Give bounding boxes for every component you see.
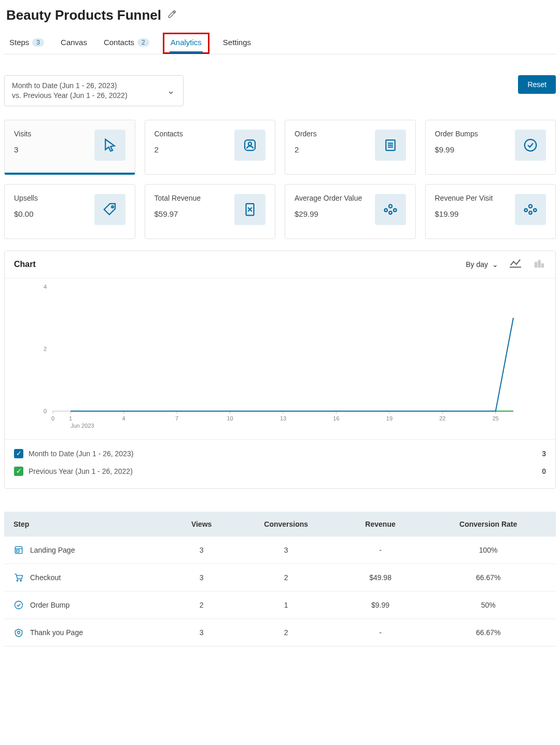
check-icon xyxy=(515,130,546,161)
legend-row: ✓ Month to Date (Jun 1 - 26, 2023) 3 xyxy=(14,445,546,462)
metric-value: $0.00 xyxy=(14,209,38,218)
cart-icon xyxy=(13,572,24,583)
metric-value: $59.97 xyxy=(155,209,201,218)
svg-rect-2 xyxy=(538,260,540,267)
edit-icon[interactable] xyxy=(167,9,177,21)
tab-label: Contacts xyxy=(104,38,134,47)
cell-views: 2 xyxy=(171,591,232,619)
contact-icon xyxy=(234,130,265,161)
svg-rect-1 xyxy=(535,262,537,267)
col-views: Views xyxy=(171,512,232,537)
metric-value: $29.99 xyxy=(295,209,362,218)
tab-canvas[interactable]: Canvas xyxy=(58,33,90,54)
chevron-down-icon: ⌄ xyxy=(492,260,498,269)
svg-text:0: 0 xyxy=(44,408,47,414)
chart-card: Chart By day ⌄ 0240147101316192225Jun 20… xyxy=(4,250,556,489)
metric-orders[interactable]: Orders 2 xyxy=(285,120,416,175)
tabs: Steps3CanvasContacts2AnalyticsSettings xyxy=(4,33,556,54)
chart-granularity-select[interactable]: By day ⌄ xyxy=(466,260,498,269)
table-row: Checkout 3 2 $49.98 66.67% xyxy=(4,564,556,591)
cell-rate: 66.67% xyxy=(421,619,556,646)
tab-analytics[interactable]: Analytics xyxy=(163,33,209,54)
legend-label: Previous Year (Jun 1 - 26, 2022) xyxy=(29,467,133,475)
cell-conversions: 2 xyxy=(232,564,340,591)
svg-text:4: 4 xyxy=(44,284,47,290)
bump-icon xyxy=(13,600,24,610)
reset-button[interactable]: Reset xyxy=(518,75,556,94)
legend-checkbox[interactable]: ✓ xyxy=(14,467,23,476)
chart-granularity-label: By day xyxy=(466,260,488,269)
metric-order-bumps[interactable]: Order Bumps $9.99 xyxy=(425,120,556,175)
cell-revenue: - xyxy=(340,537,421,564)
svg-text:13: 13 xyxy=(280,415,286,421)
step-name: Checkout xyxy=(30,573,61,582)
tab-label: Settings xyxy=(223,38,251,47)
legend-total: 0 xyxy=(542,467,546,475)
metric-value: 3 xyxy=(14,145,31,154)
metric-average-order-value[interactable]: Average Order Value $29.99 xyxy=(285,184,416,239)
metric-revenue-per-visit[interactable]: Revenue Per Visit $19.99 xyxy=(425,184,556,239)
thanks-icon xyxy=(13,627,24,638)
bar-chart-button[interactable] xyxy=(533,258,546,271)
chart-legend: ✓ Month to Date (Jun 1 - 26, 2023) 3 ✓ P… xyxy=(5,439,555,488)
revenue-icon xyxy=(234,194,265,225)
cell-views: 3 xyxy=(171,619,232,646)
step-name: Landing Page xyxy=(30,546,75,554)
table-row: Landing Page 3 3 - 100% xyxy=(4,537,556,564)
people-icon xyxy=(515,194,546,225)
people-icon xyxy=(375,194,406,225)
svg-text:2: 2 xyxy=(44,346,47,352)
tag-icon xyxy=(94,194,125,225)
tab-badge: 2 xyxy=(137,38,149,47)
svg-text:1: 1 xyxy=(69,415,72,421)
tab-label: Steps xyxy=(9,38,29,47)
metric-value: $19.99 xyxy=(435,209,493,218)
metric-label: Revenue Per Visit xyxy=(435,194,493,202)
tab-label: Canvas xyxy=(61,38,87,47)
cell-views: 3 xyxy=(171,564,232,591)
cell-revenue: - xyxy=(340,619,421,646)
date-range-line1: Month to Date (Jun 1 - 26, 2023) xyxy=(12,81,157,91)
cell-rate: 66.67% xyxy=(421,564,556,591)
metric-label: Order Bumps xyxy=(435,130,478,138)
svg-text:25: 25 xyxy=(493,415,499,421)
svg-text:4: 4 xyxy=(122,415,125,421)
tab-settings[interactable]: Settings xyxy=(220,33,254,54)
metric-label: Orders xyxy=(295,130,317,138)
legend-checkbox[interactable]: ✓ xyxy=(14,449,23,458)
tab-contacts[interactable]: Contacts2 xyxy=(101,33,152,54)
cell-conversions: 2 xyxy=(232,619,340,646)
landing-icon xyxy=(13,545,24,555)
step-name: Order Bump xyxy=(30,601,69,609)
cell-rate: 50% xyxy=(421,591,556,619)
legend-total: 3 xyxy=(542,449,546,458)
col-conversions: Conversions xyxy=(232,512,340,537)
chart-plot: 0240147101316192225Jun 2023 xyxy=(9,283,551,433)
cursor-icon xyxy=(94,130,125,161)
svg-text:0: 0 xyxy=(51,415,54,421)
metric-upsells[interactable]: Upsells $0.00 xyxy=(4,184,135,239)
metric-label: Visits xyxy=(14,130,31,138)
tab-steps[interactable]: Steps3 xyxy=(6,33,47,54)
svg-text:7: 7 xyxy=(175,415,178,421)
svg-text:19: 19 xyxy=(386,415,393,421)
svg-text:22: 22 xyxy=(439,415,445,421)
metric-visits[interactable]: Visits 3 xyxy=(4,120,135,175)
line-chart-button[interactable] xyxy=(509,258,522,271)
step-name: Thank you Page xyxy=(30,628,83,637)
metric-contacts[interactable]: Contacts 2 xyxy=(145,120,276,175)
steps-table: StepViewsConversionsRevenueConversion Ra… xyxy=(4,512,556,646)
table-row: Thank you Page 3 2 - 66.67% xyxy=(4,619,556,646)
date-range-line2: vs. Previous Year (Jun 1 - 26, 2022) xyxy=(12,91,157,101)
metric-total-revenue[interactable]: Total Revenue $59.97 xyxy=(145,184,276,239)
svg-text:16: 16 xyxy=(333,415,339,421)
cell-revenue: $9.99 xyxy=(340,591,421,619)
date-range-picker[interactable]: Month to Date (Jun 1 - 26, 2023) vs. Pre… xyxy=(4,75,184,106)
cell-conversions: 1 xyxy=(232,591,340,619)
metric-label: Average Order Value xyxy=(295,194,362,202)
col-revenue: Revenue xyxy=(340,512,421,537)
cell-conversions: 3 xyxy=(232,537,340,564)
col-conversion-rate: Conversion Rate xyxy=(421,512,556,537)
metric-value: 2 xyxy=(295,145,317,154)
chart-title: Chart xyxy=(14,260,36,269)
